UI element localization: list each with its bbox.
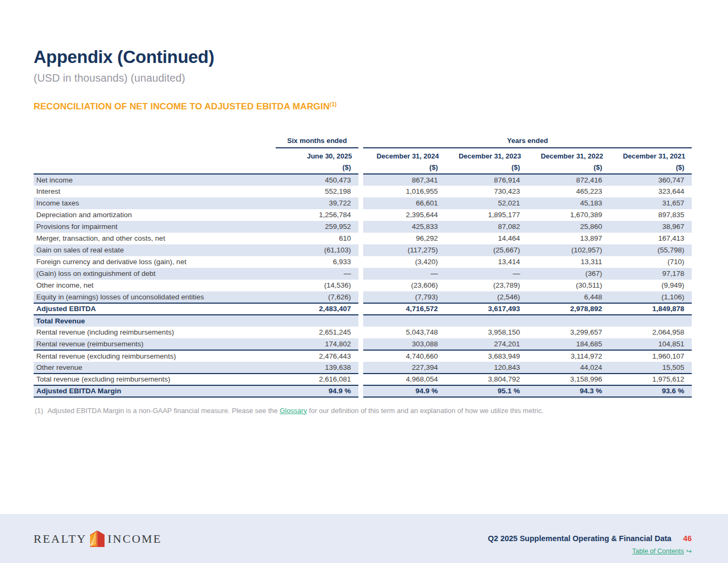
cell-value: 13,414: [445, 256, 527, 268]
cell-value: 95.1 %: [445, 385, 527, 397]
column-gap: [358, 327, 363, 338]
cell-value: 2,978,892: [527, 303, 610, 315]
table-row: Total revenue (excluding reimbursements)…: [34, 374, 692, 385]
cell-value: (1,106): [610, 291, 692, 303]
cell-value: 360,747: [610, 174, 692, 186]
cell-value: 3,114,972: [527, 350, 610, 362]
column-gap: [358, 161, 363, 174]
date-row-spacer: [34, 148, 276, 161]
cell-value: (25,667): [445, 244, 527, 256]
cell-value: 38,967: [610, 221, 692, 233]
cell-value: (9,949): [610, 280, 692, 291]
cell-value: 867,341: [363, 174, 445, 186]
column-header: December 31, 2021: [610, 148, 692, 161]
table-row: Net income450,473867,341876,914872,41636…: [34, 174, 692, 186]
cell-value: 52,021: [445, 197, 527, 209]
cell-value: (102,957): [527, 244, 610, 256]
column-gap: [358, 197, 363, 209]
column-gap: [358, 221, 363, 233]
cell-value: (23,789): [445, 280, 527, 291]
cell-value: 15,505: [610, 362, 692, 374]
row-label: Total revenue (excluding reimbursements): [34, 374, 276, 385]
cell-value: 45,183: [527, 197, 610, 209]
row-label: Rental revenue (excluding reimbursements…: [34, 350, 276, 362]
column-header-row: June 30, 2025December 31, 2024December 3…: [34, 148, 692, 161]
cell-value: (61,103): [276, 244, 358, 256]
cell-value: (7,793): [363, 291, 445, 303]
footer-right: Q2 2025 Supplemental Operating & Financi…: [488, 534, 692, 555]
cell-value: 6,448: [527, 291, 610, 303]
cell-value: 87,082: [445, 221, 527, 233]
glossary-link[interactable]: Glossary: [279, 407, 307, 415]
cell-value: 2,064,958: [610, 327, 692, 338]
page-title: Appendix (Continued): [34, 48, 694, 67]
table-of-contents-link[interactable]: Table of Contents: [632, 548, 684, 555]
cell-value: 2,651,245: [276, 327, 358, 338]
house-icon: [90, 530, 105, 547]
cell-value: 14,464: [445, 233, 527, 244]
column-header: December 31, 2024: [363, 148, 445, 161]
footnote: (1)Adjusted EBITDA Margin is a non-GAAP …: [34, 407, 694, 415]
unit-header: ($): [445, 161, 527, 174]
cell-value: 39,722: [276, 197, 358, 209]
unit-header: ($): [610, 161, 692, 174]
row-label: Interest: [34, 186, 276, 197]
cell-value: [445, 315, 527, 327]
cell-value: 610: [276, 233, 358, 244]
cell-value: 1,849,878: [610, 303, 692, 315]
table-row: Merger, transaction, and other costs, ne…: [34, 233, 692, 244]
row-label: Other income, net: [34, 280, 276, 291]
cell-value: 25,860: [527, 221, 610, 233]
cell-value: 120,843: [445, 362, 527, 374]
logo-word-income: INCOME: [108, 532, 162, 546]
column-gap: [358, 268, 363, 280]
cell-value: —: [363, 268, 445, 280]
cell-value: 2,395,644: [363, 209, 445, 221]
cell-value: 174,802: [276, 338, 358, 350]
unit-header: ($): [527, 161, 610, 174]
cell-value: 6,933: [276, 256, 358, 268]
footnote-text-before: Adjusted EBITDA Margin is a non-GAAP fin…: [47, 407, 280, 415]
column-gap: [358, 209, 363, 221]
table-row: Rental revenue (including reimbursements…: [34, 327, 692, 338]
group-header-row: Six months ended Years ended: [34, 137, 692, 148]
cell-value: 897,835: [610, 209, 692, 221]
column-gap: [358, 315, 363, 327]
column-gap: [358, 280, 363, 291]
cell-value: 2,476,443: [276, 350, 358, 362]
section-heading-text: RECONCILIATION OF NET INCOME TO ADJUSTED…: [34, 101, 330, 112]
cell-value: 3,299,657: [527, 327, 610, 338]
row-label: Income taxes: [34, 197, 276, 209]
cell-value: 323,644: [610, 186, 692, 197]
table-row: Rental revenue (reimbursements)174,80230…: [34, 338, 692, 350]
page-number: 46: [683, 534, 692, 543]
cell-value: 44,024: [527, 362, 610, 374]
cell-value: [610, 315, 692, 327]
cell-value: (710): [610, 256, 692, 268]
column-gap: [358, 291, 363, 303]
table-row: Income taxes39,72266,60152,02145,18331,6…: [34, 197, 692, 209]
cell-value: 2,483,407: [276, 303, 358, 315]
footnote-marker: (1): [35, 407, 43, 415]
row-label: Total Revenue: [34, 315, 276, 327]
row-label: Merger, transaction, and other costs, ne…: [34, 233, 276, 244]
column-gap: [358, 233, 363, 244]
cell-value: [363, 315, 445, 327]
cell-value: 1,256,784: [276, 209, 358, 221]
cell-value: 303,088: [363, 338, 445, 350]
cell-value: 1,975,612: [610, 374, 692, 385]
row-label: Depreciation and amortization: [34, 209, 276, 221]
column-gap: [358, 137, 363, 148]
cell-value: (23,606): [363, 280, 445, 291]
cell-value: 4,968,054: [363, 374, 445, 385]
row-label: (Gain) loss on extinguishment of debt: [34, 268, 276, 280]
cell-value: 3,158,996: [527, 374, 610, 385]
cell-value: 1,960,107: [610, 350, 692, 362]
unit-header: ($): [363, 161, 445, 174]
cell-value: 425,833: [363, 221, 445, 233]
cell-value: (55,798): [610, 244, 692, 256]
cell-value: 450,473: [276, 174, 358, 186]
cell-value: 5,043,748: [363, 327, 445, 338]
cell-value: 1,895,177: [445, 209, 527, 221]
cell-value: 13,311: [527, 256, 610, 268]
